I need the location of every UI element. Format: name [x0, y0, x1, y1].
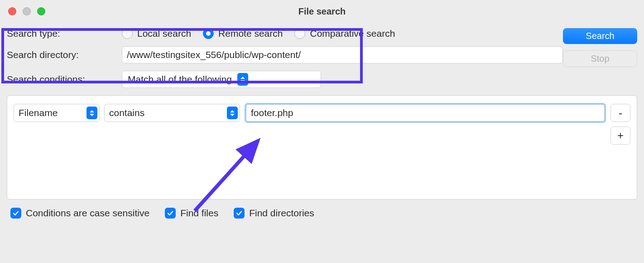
radio-icon — [294, 28, 305, 39]
stop-button[interactable]: Stop — [563, 50, 637, 67]
options-checkboxes: Conditions are case sensitive Find files… — [7, 200, 637, 227]
content-area: Search type: Local search Remote search … — [0, 23, 644, 227]
traffic-lights — [8, 7, 45, 15]
radio-label: Remote search — [218, 28, 283, 39]
search-conditions-label: Search conditions: — [7, 74, 115, 85]
search-type-radio-group: Local search Remote search Comparative s… — [122, 28, 395, 39]
action-buttons: Search Stop — [563, 28, 637, 67]
checkbox-icon — [234, 208, 245, 219]
updown-arrows-icon — [87, 107, 97, 119]
updown-arrows-icon — [227, 107, 238, 119]
updown-arrows-icon — [237, 73, 248, 86]
minimize-window-button[interactable] — [23, 7, 31, 15]
select-text: contains — [109, 107, 221, 118]
checkbox-find-directories[interactable]: Find directories — [234, 208, 314, 219]
window-title: File search — [8, 6, 636, 17]
remove-condition-button[interactable]: - — [610, 104, 630, 122]
search-conditions-mode-select[interactable]: Match all of the following — [122, 71, 321, 88]
condition-field-select[interactable]: Filename — [14, 104, 100, 122]
radio-local-search[interactable]: Local search — [122, 28, 191, 39]
radio-label: Local search — [137, 28, 191, 39]
checkbox-find-files[interactable]: Find files — [165, 208, 218, 219]
maximize-window-button[interactable] — [37, 7, 45, 15]
add-condition-button[interactable]: + — [610, 127, 630, 145]
checkbox-case-sensitive[interactable]: Conditions are case sensitive — [10, 208, 149, 219]
condition-value-input[interactable] — [245, 103, 606, 123]
search-type-label: Search type: — [7, 28, 115, 39]
search-directory-label: Search directory: — [7, 49, 115, 60]
titlebar: File search — [0, 0, 644, 23]
radio-label: Comparative search — [310, 28, 395, 39]
close-window-button[interactable] — [8, 7, 16, 15]
checkbox-label: Conditions are case sensitive — [26, 208, 149, 219]
search-directory-input[interactable] — [122, 46, 563, 63]
radio-icon — [203, 28, 214, 39]
radio-comparative-search[interactable]: Comparative search — [294, 28, 395, 39]
radio-icon — [122, 28, 133, 39]
checkbox-label: Find directories — [249, 208, 314, 219]
search-conditions-row: Search conditions: Match all of the foll… — [7, 71, 637, 88]
checkbox-icon — [165, 208, 176, 219]
search-button[interactable]: Search — [563, 28, 637, 44]
condition-operator-select[interactable]: contains — [104, 104, 240, 122]
checkbox-icon — [10, 208, 21, 219]
checkbox-label: Find files — [180, 208, 218, 219]
radio-remote-search[interactable]: Remote search — [203, 28, 283, 39]
condition-row: Filename contains - — [14, 103, 630, 123]
conditions-panel: Filename contains - + — [7, 95, 637, 200]
search-directory-row: Search directory: — [7, 46, 563, 63]
select-text: Match all of the following — [128, 74, 232, 85]
select-text: Filename — [19, 107, 81, 118]
search-type-row: Search type: Local search Remote search … — [7, 28, 563, 39]
